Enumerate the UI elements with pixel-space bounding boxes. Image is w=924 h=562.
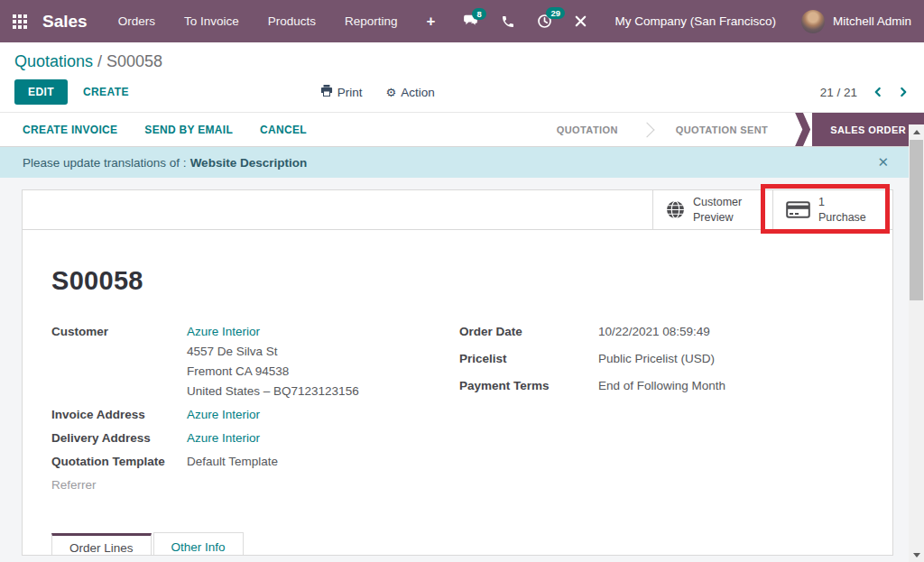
purchase-smart-button[interactable]: 1 Purchase bbox=[772, 190, 892, 229]
customer-address-street: 4557 De Silva St bbox=[187, 345, 359, 358]
menu-products[interactable]: Products bbox=[268, 14, 316, 28]
form-card: Customer Preview 1 bbox=[22, 189, 893, 556]
statusbar: CREATE INVOICE SEND BY EMAIL CANCEL QUOT… bbox=[0, 112, 924, 147]
payment-terms-value: End of Following Month bbox=[598, 379, 725, 392]
purchase-count: 1 bbox=[818, 195, 866, 209]
field-invoice-address: Invoice Address Azure Interior bbox=[51, 408, 459, 421]
customer-preview-button[interactable]: Customer Preview bbox=[652, 190, 772, 229]
stage-separator-icon bbox=[640, 113, 654, 146]
send-by-email-button[interactable]: SEND BY EMAIL bbox=[144, 124, 233, 136]
create-invoice-button[interactable]: CREATE INVOICE bbox=[23, 124, 117, 136]
field-quotation-template: Quotation Template Default Template bbox=[51, 455, 459, 468]
user-name[interactable]: Mitchell Admin bbox=[833, 14, 911, 28]
notebook-tabs: Order Lines Other Info bbox=[51, 532, 867, 556]
menu-reporting[interactable]: Reporting bbox=[345, 14, 398, 28]
print-button[interactable]: Print bbox=[320, 85, 363, 99]
menu-orders[interactable]: Orders bbox=[118, 14, 155, 28]
field-referrer: Referrer bbox=[51, 478, 459, 492]
create-button[interactable]: CREATE bbox=[83, 86, 129, 98]
plus-icon[interactable]: + bbox=[427, 13, 436, 31]
stage-sales-order[interactable]: SALES ORDER bbox=[812, 113, 924, 146]
banner-close-icon[interactable]: ✕ bbox=[877, 154, 889, 170]
action-button[interactable]: ⚙ Action bbox=[386, 86, 435, 99]
order-title: S00058 bbox=[51, 266, 867, 296]
breadcrumb-current: / S00058 bbox=[93, 52, 162, 70]
user-avatar[interactable] bbox=[801, 10, 825, 33]
messages-icon[interactable]: 8 bbox=[463, 14, 479, 28]
main-content: Customer Preview 1 bbox=[0, 178, 924, 557]
phone-icon[interactable] bbox=[501, 14, 515, 29]
field-payment-terms: Payment Terms End of Following Month bbox=[459, 379, 867, 392]
messages-badge: 8 bbox=[472, 8, 485, 20]
customer-address-city: Fremont CA 94538 bbox=[187, 364, 359, 378]
odoo-sales-order-page: Sales Orders To Invoice Products Reporti… bbox=[0, 0, 924, 562]
stage-quotation-sent[interactable]: QUOTATION SENT bbox=[654, 113, 790, 146]
control-panel: Quotations / S00058 EDIT CREATE Print bbox=[0, 42, 924, 112]
left-field-column: Customer Azure Interior 4557 De Silva St… bbox=[51, 325, 459, 502]
tab-order-lines[interactable]: Order Lines bbox=[51, 533, 152, 556]
edit-button[interactable]: EDIT bbox=[14, 79, 68, 105]
field-pricelist: Pricelist Public Pricelist (USD) bbox=[459, 352, 867, 365]
invoice-address-link[interactable]: Azure Interior bbox=[187, 408, 260, 421]
customer-link[interactable]: Azure Interior bbox=[187, 325, 260, 338]
scrollbar-thumb[interactable] bbox=[910, 140, 923, 300]
activities-badge: 29 bbox=[546, 7, 565, 19]
printer-icon bbox=[320, 85, 333, 99]
field-order-date: Order Date 10/22/2021 08:59:49 bbox=[459, 325, 867, 338]
delivery-address-link[interactable]: Azure Interior bbox=[187, 431, 260, 445]
pricelist-value: Public Pricelist (USD) bbox=[598, 352, 715, 365]
purchase-label: Purchase bbox=[818, 210, 866, 225]
customer-preview-line1: Customer bbox=[693, 195, 742, 209]
right-field-column: Order Date 10/22/2021 08:59:49 Pricelist… bbox=[459, 325, 867, 502]
customer-preview-line2: Preview bbox=[693, 210, 742, 225]
vertical-scrollbar[interactable] bbox=[909, 124, 924, 562]
breadcrumb: Quotations / S00058 bbox=[14, 52, 910, 71]
field-customer: Customer Azure Interior 4557 De Silva St… bbox=[51, 325, 459, 398]
gear-icon: ⚙ bbox=[386, 86, 397, 99]
top-navbar: Sales Orders To Invoice Products Reporti… bbox=[0, 0, 924, 42]
translation-banner: Please update translations of : Website … bbox=[0, 147, 924, 178]
smart-button-bar: Customer Preview 1 bbox=[22, 189, 893, 230]
stage-quotation[interactable]: QUOTATION bbox=[535, 113, 640, 146]
field-delivery-address: Delivery Address Azure Interior bbox=[51, 431, 459, 445]
banner-text: Please update translations of : bbox=[23, 156, 187, 170]
scroll-down-icon[interactable] bbox=[909, 548, 924, 562]
apps-grid-icon[interactable] bbox=[13, 14, 27, 29]
globe-icon bbox=[666, 200, 685, 219]
tab-other-info[interactable]: Other Info bbox=[153, 532, 244, 556]
credit-card-icon bbox=[786, 201, 810, 218]
menu-to-invoice[interactable]: To Invoice bbox=[184, 14, 239, 28]
app-name[interactable]: Sales bbox=[42, 12, 88, 32]
banner-highlight: Website Description bbox=[190, 156, 308, 170]
customer-address-country: United States – BQ7123123156 bbox=[187, 384, 359, 398]
cancel-button[interactable]: CANCEL bbox=[260, 124, 307, 136]
pager-value: 21 / 21 bbox=[820, 86, 857, 99]
tools-icon[interactable] bbox=[574, 14, 587, 28]
stage-arrow-icon bbox=[795, 113, 810, 146]
breadcrumb-quotations[interactable]: Quotations bbox=[14, 52, 93, 70]
form-sheet: S00058 Customer Azure Interior 4557 De S… bbox=[22, 230, 893, 556]
scroll-up-icon[interactable] bbox=[909, 124, 924, 139]
order-date-value: 10/22/2021 08:59:49 bbox=[598, 325, 710, 338]
pager-next-icon[interactable] bbox=[898, 86, 910, 98]
activities-clock-icon[interactable]: 29 bbox=[537, 14, 552, 29]
quotation-template-value: Default Template bbox=[187, 455, 278, 468]
company-switcher[interactable]: My Company (San Francisco) bbox=[614, 14, 776, 28]
pager-previous-icon[interactable] bbox=[872, 86, 883, 98]
